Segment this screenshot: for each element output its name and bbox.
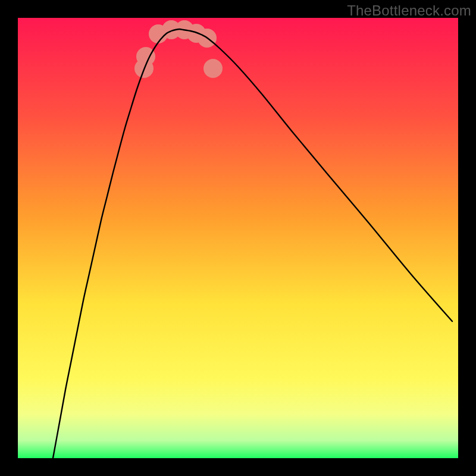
chart-svg [18,18,458,458]
watermark-text: TheBottleneck.com [347,2,471,19]
plot-area [18,18,458,458]
valley-marker-1 [136,47,155,66]
gradient-background [18,18,458,458]
outer-frame: TheBottleneck.com [0,0,476,476]
valley-marker-7 [203,59,223,78]
